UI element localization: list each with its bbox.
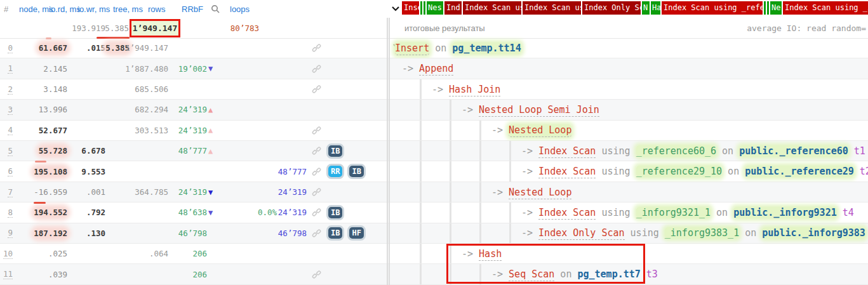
rows-trend-icon: ▲ (208, 141, 218, 161)
plan-token-dim: on (716, 145, 739, 157)
plan-token-node[interactable]: Hash (479, 248, 502, 261)
badge-ib[interactable]: IB (326, 205, 344, 220)
timeline-segment[interactable] (420, 1, 422, 15)
rows-trend-icon: ▼ (208, 182, 218, 202)
col-header-iowr[interactable]: io.wr, ms (77, 0, 110, 18)
link-icon[interactable] (310, 79, 322, 99)
table-row[interactable]: 5 55.728 6.678 48’777 ▲ IB -> Index Scan… (0, 141, 868, 161)
totals-label[interactable]: итоговые результаты (404, 18, 485, 38)
col-header-loops[interactable]: loops (230, 0, 250, 18)
timeline-segment[interactable]: Inse (402, 1, 419, 15)
rows-trend-icon: ▼ (208, 58, 218, 78)
badge-hf[interactable]: HF (347, 225, 365, 241)
tree-arrow: -> (491, 268, 509, 280)
table-row[interactable]: 2 3.148 685.506 -> Hash Join (0, 79, 868, 100)
badge-rr[interactable]: RR (326, 164, 344, 179)
table-row[interactable]: 4 52.677 303.513 24’319 ▲ -> Nested Loop (0, 121, 868, 141)
rows-trend-icon: ▼ (208, 202, 218, 222)
tree-arrow: -> (521, 227, 538, 239)
plan-token-node[interactable]: Nested Loop Semi Join (479, 104, 599, 117)
link-icon[interactable] (310, 161, 322, 181)
timeline-segment[interactable]: N (642, 1, 650, 15)
heat-mark (35, 161, 46, 162)
total-rows: 80’783 (216, 18, 259, 38)
plan-token-node[interactable]: Seq Scan (509, 268, 554, 281)
node-time: -16.959 (11, 182, 67, 202)
table-row[interactable]: 1 2.145 1’887.480 19’002 ▼ -> Append (0, 58, 868, 79)
plan-node: Insert on pg_temp.tt14 (395, 38, 521, 58)
rows-count: 46’798 (170, 223, 207, 243)
link-icon[interactable] (310, 202, 322, 222)
timeline-segment[interactable] (764, 1, 766, 15)
plan-token-node[interactable]: Nested Loop (509, 187, 571, 199)
panel-divider[interactable] (387, 18, 390, 285)
plan-node: -> Nested Loop (395, 121, 571, 140)
timeline-segment[interactable]: Index Scan using _referen (662, 1, 763, 15)
plan-token-dim: on (722, 166, 745, 177)
link-icon[interactable] (310, 264, 322, 284)
link-icon[interactable] (310, 182, 322, 202)
timeline-segment[interactable]: Ne (770, 1, 782, 15)
table-row[interactable]: 7 -16.959 .001 364.785 24’319 ▼ 24’319 -… (0, 182, 868, 202)
node-time: 13.996 (11, 100, 67, 119)
plan-node: -> Index Only Scan using _inforg9383_1 o… (395, 223, 868, 243)
badge-ib[interactable]: IB (347, 164, 365, 179)
total-io-write: 5.385 (93, 18, 129, 38)
table-row[interactable]: 3 13.996 682.294 24’319 ▲ -> Nested Loop… (0, 100, 868, 120)
timeline-segment[interactable]: Index Only Sca (582, 1, 641, 15)
col-header-tree[interactable]: tree, ms (113, 0, 143, 18)
link-icon[interactable] (310, 223, 322, 243)
plan-token-dim: on (711, 207, 733, 218)
plan-node: -> Seq Scan on pg_temp.tt7 t3 (395, 264, 658, 284)
link-icon[interactable] (310, 121, 322, 140)
table-row[interactable]: 0 61.667 .015 5.385 1’949.147 Insert on … (0, 38, 868, 58)
col-header-node[interactable]: node, ms (19, 0, 53, 18)
timeline-segment[interactable]: Nes (427, 1, 443, 15)
badge-list: RRIB (326, 161, 366, 181)
rows-trend-icon: ▲ (208, 100, 218, 119)
plan-token-node[interactable]: Index Only Scan (538, 227, 624, 240)
col-header-iord[interactable]: io.rd, ms (49, 0, 81, 18)
timeline-segment[interactable] (767, 1, 769, 15)
col-header-rrbf[interactable]: RRbF (182, 0, 203, 18)
table-row[interactable]: 10 .025 .064 206 -> Hash (0, 244, 868, 264)
plan-token-dim: on (554, 268, 577, 280)
plan-token-node[interactable]: Insert (395, 43, 429, 55)
rows-count: 24’319 (170, 100, 207, 119)
node-time: 187.192 (11, 223, 67, 243)
plan-token-node[interactable]: Hash Join (449, 84, 500, 96)
average-io-note: average IO: read random= (747, 18, 866, 38)
table-row[interactable]: 9 187.192 .130 46’798 46’798 IBHF -> Ind… (0, 223, 868, 244)
timeline-segment[interactable]: Index Scan using _inforg9321_1 (783, 1, 868, 15)
link-icon[interactable] (310, 58, 322, 78)
table-row[interactable]: 11 .039 206 -> Seq Scan on pg_temp.tt7 t… (0, 264, 868, 284)
plan-token-index: _reference60_6 (636, 145, 716, 157)
timeline-segment[interactable]: Index Scan usir (523, 1, 581, 15)
rows-count: 19’002 (170, 58, 207, 78)
plan-token-node[interactable]: Nested Loop (509, 124, 571, 137)
badge-list: IBHF (326, 223, 366, 243)
heat-mark (34, 202, 46, 204)
timeline-segment[interactable]: Ind (444, 1, 462, 15)
badge-ib[interactable]: IB (326, 225, 344, 241)
timeline-segment[interactable] (424, 1, 425, 15)
node-time: 3.148 (11, 79, 67, 99)
timeline-segment[interactable]: Ha (651, 1, 660, 15)
collapse-chevron-icon[interactable] (392, 6, 399, 11)
link-icon[interactable] (310, 141, 322, 161)
table-row[interactable]: 8 194.552 .792 48’638 ▼ 0.0% 24’319 IB -… (0, 202, 868, 223)
search-icon[interactable] (211, 4, 220, 16)
plan-token-dim: on (739, 227, 762, 239)
plan-token-node[interactable]: Index Scan (538, 166, 596, 178)
link-icon[interactable] (310, 38, 322, 58)
rows-trend-icon: ▲ (208, 121, 218, 140)
badge-ib[interactable]: IB (326, 143, 344, 159)
table-row[interactable]: 6 195.108 9.553 48’777 RRIB -> Index Sca… (0, 161, 868, 182)
tree-time: 364.785 (131, 182, 168, 202)
plan-token-node[interactable]: Index Scan (538, 145, 596, 158)
timeline-segment[interactable]: Index Scan usir (463, 1, 521, 15)
plan-token-node[interactable]: Append (419, 63, 453, 76)
plan-token-node[interactable]: Index Scan (538, 207, 596, 220)
col-header-rows[interactable]: rows (148, 0, 165, 18)
tree-time: 1’949.147 (131, 38, 168, 58)
